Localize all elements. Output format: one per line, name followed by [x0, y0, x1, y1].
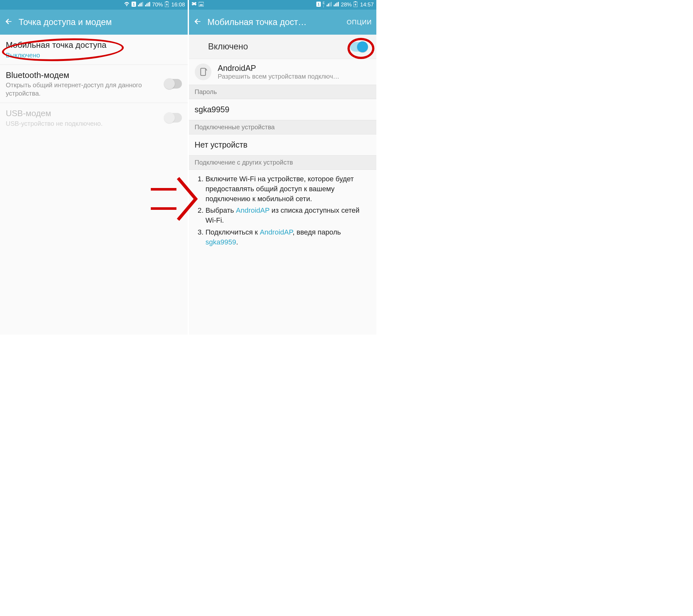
instruction-step-1: Включите Wi-Fi на устройстве, которое бу…	[206, 174, 371, 204]
battery-charging-icon	[165, 1, 169, 9]
svg-text:1: 1	[133, 2, 135, 6]
item-bluetooth-tether[interactable]: Bluetooth-модем Открыть общий интернет-д…	[0, 65, 188, 103]
status-bar: 1 70% 16:08	[0, 0, 188, 9]
battery-charging-icon	[354, 1, 357, 9]
bt-title: Bluetooth-модем	[6, 70, 160, 81]
dropbox-icon	[192, 2, 197, 8]
svg-rect-3	[166, 1, 167, 2]
svg-text:1: 1	[318, 2, 320, 6]
screen-hotspot-detail: 1 E↕ 28% 14:57 Мобильная точка дост…	[188, 0, 377, 335]
appbar-title: Точка доступа и модем	[19, 17, 183, 27]
status-icons: 1	[124, 2, 150, 8]
item-usb-tether: USB-модем USB-устройство не подключено.	[0, 103, 188, 133]
signal-icon	[138, 2, 143, 8]
instructions: Включите Wi-Fi на устройстве, которое бу…	[189, 170, 377, 255]
item-mobile-hotspot[interactable]: Мобильная точка доступа Выключено	[0, 35, 188, 65]
app-bar: Точка доступа и модем	[0, 9, 188, 35]
svg-rect-4	[199, 2, 204, 6]
instruction-step-2: Выбрать AndroidAP из списка доступных се…	[206, 206, 371, 225]
options-button[interactable]: ОПЦИИ	[347, 19, 372, 26]
signal2-icon	[145, 2, 150, 8]
bt-sub: Открыть общий интернет-доступ для данног…	[6, 81, 160, 98]
usb-toggle	[164, 113, 182, 123]
hotspot-name: AndroidAP	[218, 63, 339, 73]
password-value[interactable]: sgka9959	[189, 99, 377, 120]
sim-icon: 1	[316, 2, 321, 8]
link-ssid: AndroidAP	[236, 206, 270, 214]
settings-list: Мобильная точка доступа Выключено Blueto…	[0, 35, 188, 335]
section-connected: Подключенные устройства	[189, 120, 377, 135]
svg-rect-9	[200, 68, 205, 76]
link-password: sgka9959	[206, 238, 236, 246]
status-icons-right: 1 E↕	[316, 2, 339, 8]
wifi-icon	[124, 2, 130, 8]
usb-title: USB-модем	[6, 108, 160, 119]
status-icons	[192, 2, 204, 8]
bt-toggle[interactable]	[164, 79, 182, 88]
hotspot-title: Мобильная точка доступа	[6, 40, 182, 51]
battery-percent: 28%	[341, 2, 352, 8]
status-time: 14:57	[360, 2, 374, 8]
hotspot-desc: Разрешить всем устройствам подключ…	[218, 73, 339, 80]
usb-sub: USB-устройство не подключено.	[6, 119, 160, 128]
row-hotspot-name[interactable]: AndroidAP Разрешить всем устройствам под…	[189, 59, 377, 85]
appbar-title: Мобильная точка дост…	[207, 17, 341, 27]
link-ssid: AndroidAP	[260, 228, 293, 236]
enabled-label: Включено	[208, 42, 248, 52]
section-howto: Подключение с других устройств	[189, 155, 377, 170]
signal2-icon	[334, 2, 339, 8]
battery-percent: 70%	[152, 2, 163, 8]
signal-icon	[326, 2, 332, 8]
svg-rect-8	[355, 1, 356, 2]
no-devices-label: Нет устройств	[189, 135, 377, 155]
hotspot-device-icon	[195, 63, 212, 80]
section-password: Пароль	[189, 85, 377, 99]
hotspot-content: Включено AndroidAP Разрешить всем устрой…	[189, 35, 377, 335]
edge-icon: E↕	[323, 2, 325, 8]
row-enabled[interactable]: Включено	[189, 35, 377, 59]
hotspot-status: Выключено	[6, 51, 182, 59]
status-bar: 1 E↕ 28% 14:57	[189, 0, 377, 9]
back-button[interactable]	[194, 17, 202, 27]
instruction-step-3: Подключиться к AndroidAP, введя пароль s…	[206, 227, 371, 247]
back-button[interactable]	[4, 17, 13, 27]
status-time: 16:08	[171, 2, 185, 8]
sim-icon: 1	[132, 2, 136, 8]
enabled-toggle[interactable]	[350, 42, 368, 52]
screen-tethering: 1 70% 16:08 Точка доступа и модем	[0, 0, 188, 335]
image-icon	[199, 2, 204, 8]
app-bar: Мобильная точка дост… ОПЦИИ	[189, 9, 377, 35]
